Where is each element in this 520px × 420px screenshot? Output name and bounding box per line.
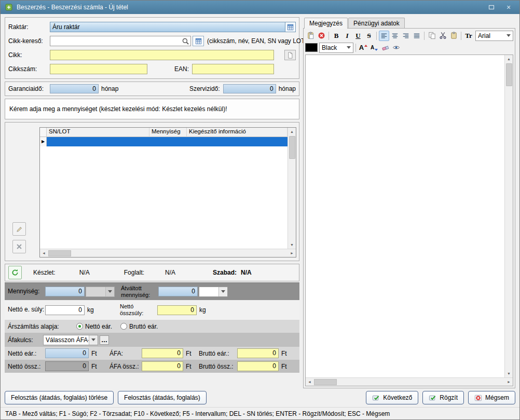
atvaltott-unit-select[interactable] xyxy=(199,287,228,297)
cell-snlot[interactable] xyxy=(47,137,149,146)
paste-special-button[interactable] xyxy=(448,31,459,41)
font-name-icon: Tr xyxy=(463,31,474,41)
tab-megjegyzes[interactable]: Megjegyzés xyxy=(304,18,348,29)
radio-brutto-ear[interactable]: Bruttó eár. xyxy=(120,323,158,330)
netto-ear-unit: Ft xyxy=(89,350,102,357)
chevron-down-icon[interactable] xyxy=(89,335,98,345)
close-button[interactable]: × xyxy=(502,2,515,12)
felosztas-button[interactable]: Felosztás (átadás, foglalás) xyxy=(118,391,207,404)
preview-eye-button[interactable] xyxy=(391,43,401,53)
scroll-left-icon[interactable]: ◄ xyxy=(40,249,48,257)
paste-button[interactable] xyxy=(305,31,316,41)
mennyiseg-field[interactable]: 0 xyxy=(45,287,85,296)
horizontal-scroll-thumb[interactable] xyxy=(48,250,71,256)
table-horizontal-scrollbar[interactable]: ◄ ► xyxy=(40,249,296,257)
minimize-button[interactable] xyxy=(485,2,498,12)
scroll-down-icon[interactable]: ▼ xyxy=(288,241,296,249)
cikk-kereso-input[interactable] xyxy=(50,36,191,46)
vertical-scroll-thumb[interactable] xyxy=(506,63,512,86)
cell-mennyiseg[interactable] xyxy=(149,137,187,146)
info-message: Kérem adja meg a mennyiséget (készlet ke… xyxy=(5,99,299,119)
cikk-kereso-row: Cikk-kereső: (cikkszám, név, EAN, SN vag… xyxy=(8,35,296,47)
table-vertical-scrollbar[interactable]: ▲ ▼ xyxy=(288,128,296,249)
clear-button[interactable] xyxy=(316,31,326,41)
align-center-button[interactable] xyxy=(390,31,400,41)
editor-horizontal-scrollbar[interactable]: ◄ ► xyxy=(306,377,513,386)
radio-unselected-icon[interactable] xyxy=(120,323,127,330)
felosztas-torles-button[interactable]: Felosztás (átadás, foglalás) törlése xyxy=(5,391,114,404)
eraser-button[interactable] xyxy=(380,43,390,53)
vertical-scroll-thumb[interactable] xyxy=(289,136,295,159)
raktar-lookup-button[interactable] xyxy=(285,22,295,32)
afakulcs-more-button[interactable]: … xyxy=(100,335,109,345)
column-header-snlot[interactable]: SN/LOT xyxy=(47,128,149,137)
italic-button[interactable]: I xyxy=(342,31,352,41)
copy-button[interactable] xyxy=(427,31,437,41)
decrease-font-button[interactable]: A xyxy=(369,43,379,53)
chevron-down-icon[interactable] xyxy=(218,287,227,296)
table-row-selected[interactable]: ▶ xyxy=(40,137,288,146)
column-header-mennyiseg[interactable]: Mennyiség xyxy=(149,128,187,137)
atvaltott-field[interactable]: 0 xyxy=(158,287,198,296)
font-color-swatch[interactable] xyxy=(305,43,318,52)
scroll-down-icon[interactable]: ▼ xyxy=(505,370,513,377)
raktar-select[interactable]: Áru raktár xyxy=(50,22,296,32)
cikk-input[interactable] xyxy=(50,50,274,60)
cut-button[interactable] xyxy=(437,31,448,41)
editor-vertical-scrollbar[interactable]: ▲ ▼ xyxy=(504,55,513,377)
price-basis-band: Árszámítás alapja: Nettó eár. Bruttó eár… xyxy=(5,320,299,333)
tab-penzugyi-adatok[interactable]: Pénzügyi adatok xyxy=(348,18,405,28)
table-grid: SN/LOT Mennyiség Kiegészítő információ ▶ xyxy=(40,128,288,249)
align-right-button[interactable] xyxy=(401,31,411,41)
netto-e-suly-field[interactable]: 0 xyxy=(45,305,85,315)
netto-osszsuly-field[interactable]: 0 xyxy=(157,305,197,315)
scroll-up-icon[interactable]: ▲ xyxy=(505,55,513,63)
note-editor[interactable] xyxy=(306,55,504,377)
font-color-select[interactable]: Black xyxy=(319,43,353,53)
column-header-kiegeszito[interactable]: Kiegészítő információ xyxy=(187,128,288,137)
chevron-down-icon xyxy=(105,287,114,296)
rogzit-button[interactable]: Rögzít xyxy=(422,391,464,404)
cell-kiegeszito[interactable] xyxy=(187,137,288,146)
sn-lot-table[interactable]: SN/LOT Mennyiség Kiegészítő információ ▶ xyxy=(39,127,296,258)
delete-row-button[interactable] xyxy=(12,240,26,253)
ean-input[interactable] xyxy=(192,64,274,74)
keszlet-value: N/A xyxy=(79,269,90,276)
garanciaido-field[interactable]: 0 xyxy=(50,84,99,93)
scroll-right-icon[interactable]: ► xyxy=(288,249,296,257)
bold-button[interactable]: B xyxy=(331,31,341,41)
scroll-left-icon[interactable]: ◄ xyxy=(306,378,313,386)
strikethrough-button[interactable]: S xyxy=(364,31,374,41)
increase-font-button[interactable]: A xyxy=(358,43,368,53)
afakulcs-select[interactable]: Válasszon ÁFA-t xyxy=(43,335,98,345)
edit-row-button[interactable] xyxy=(12,222,26,236)
netto-osszsuly-label: Nettó összsúly: xyxy=(120,303,157,316)
cikk-kereso-lookup-button[interactable] xyxy=(193,36,204,46)
document-button[interactable] xyxy=(284,50,296,60)
underline-button[interactable]: U xyxy=(353,31,363,41)
kovetkezo-button[interactable]: Következő xyxy=(366,391,418,404)
radio-netto-ear[interactable]: Nettó eár. xyxy=(76,323,112,330)
brutto-ossz-field[interactable]: 0 xyxy=(237,361,279,371)
font-family-select[interactable]: Arial xyxy=(475,31,513,41)
afa-field[interactable]: 0 xyxy=(142,348,183,358)
note-panel: Megjegyzés Pénzügyi adatok B I U S xyxy=(303,17,515,388)
table-empty-area[interactable] xyxy=(40,146,288,249)
afa-ossz-field[interactable]: 0 xyxy=(142,361,183,371)
search-icon[interactable] xyxy=(182,37,189,45)
afa-ossz-label: ÁFA össz.: xyxy=(110,363,142,370)
window-title: Beszerzés - Beszerzési számla - Új tétel xyxy=(17,4,128,11)
radio-selected-icon[interactable] xyxy=(76,323,83,330)
cikkszam-input[interactable] xyxy=(50,64,147,74)
szervizido-field[interactable]: 0 xyxy=(223,84,276,93)
horizontal-scroll-thumb[interactable] xyxy=(314,379,337,385)
align-justify-button[interactable] xyxy=(412,31,422,41)
scroll-up-icon[interactable]: ▲ xyxy=(288,128,296,136)
align-left-button[interactable] xyxy=(379,31,389,41)
scroll-right-icon[interactable]: ► xyxy=(505,378,513,386)
weight-band: Nettó e. súly: 0 kg Nettó összsúly: 0 kg xyxy=(5,300,299,320)
netto-ear-field[interactable]: 0 xyxy=(45,348,89,358)
brutto-ear-field[interactable]: 0 xyxy=(237,348,279,358)
refresh-stock-button[interactable] xyxy=(8,266,22,279)
megsem-button[interactable]: Mégsem xyxy=(468,391,515,404)
